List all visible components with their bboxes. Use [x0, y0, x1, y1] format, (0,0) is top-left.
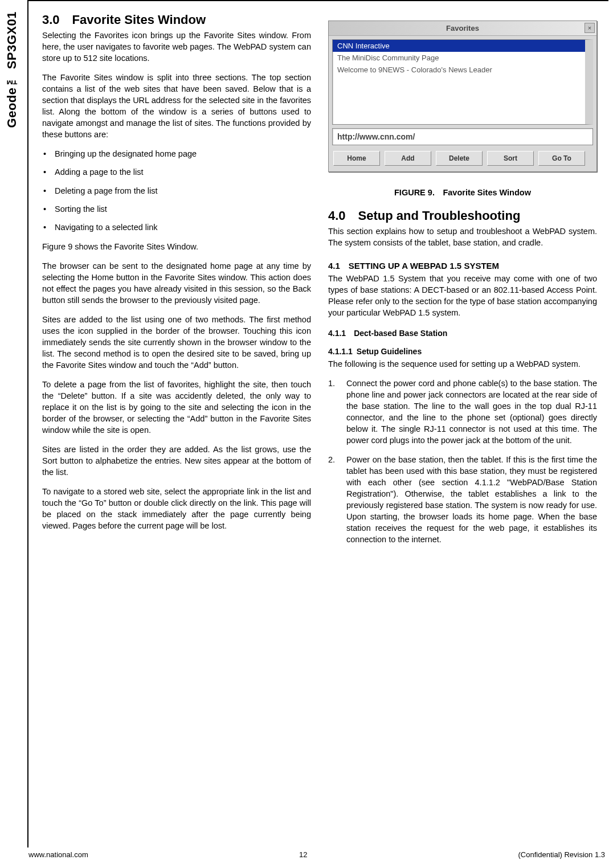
product-side-label: Geode™ SP3GX01: [5, 11, 19, 128]
bullet-item: Deleting a page from the list: [42, 185, 311, 196]
bullet-item: Adding a page to the list: [42, 166, 311, 178]
sec3-p2: The Favorite Sites window is split into …: [42, 72, 311, 140]
step-item: Power on the base station, then the tabl…: [328, 454, 597, 545]
list-item[interactable]: The MiniDisc Community Page: [333, 52, 585, 64]
favorites-button-row: Home Add Delete Sort Go To: [329, 149, 596, 171]
sec3-p7: Sites are listed in the order they are a…: [42, 444, 311, 478]
list-item[interactable]: CNN Interactive: [333, 40, 585, 52]
add-button[interactable]: Add: [385, 151, 431, 166]
sec3-p8: To navigate to a stored web site, select…: [42, 486, 311, 531]
sec3-p3: Figure 9 shows the Favorite Sites Window…: [42, 241, 311, 252]
section-3-heading: 3.0 Favorite Sites Window: [42, 13, 311, 27]
favorites-list[interactable]: CNN Interactive The MiniDisc Community P…: [332, 39, 593, 125]
footer-url: www.national.com: [28, 850, 88, 859]
delete-button[interactable]: Delete: [436, 151, 483, 166]
bullet-item: Navigating to a selected link: [42, 222, 311, 233]
left-column: 3.0 Favorite Sites Window Selecting the …: [42, 13, 311, 553]
list-item[interactable]: Welcome to 9NEWS - Colorado's News Leade…: [333, 64, 585, 76]
step-item: Connect the power cord and phone cable(s…: [328, 378, 597, 446]
favorites-title: Favorites: [446, 24, 479, 32]
favorites-window: Favorites × CNN Interactive The MiniDisc…: [328, 21, 597, 172]
setup-steps: Connect the power cord and phone cable(s…: [328, 378, 597, 545]
sort-button[interactable]: Sort: [487, 151, 534, 166]
sec3-bullets: Bringing up the designated home page Add…: [42, 148, 311, 233]
sec3-p1: Selecting the Favorites icon brings up t…: [42, 30, 311, 64]
home-button[interactable]: Home: [333, 151, 380, 166]
section-4-1-heading: 4.1 SETTING UP A WEBPAD 1.5 SYSTEM: [328, 261, 597, 271]
page-frame: 3.0 Favorite Sites Window Selecting the …: [27, 0, 608, 847]
close-icon[interactable]: ×: [585, 23, 595, 33]
right-column: Favorites × CNN Interactive The MiniDisc…: [328, 13, 597, 553]
footer-revision: (Confidential) Revision 1.3: [518, 850, 605, 859]
section-4-heading: 4.0 Setup and Troubleshooting: [328, 208, 597, 223]
section-4-1-1-heading: 4.1.1 Dect-based Base Station: [328, 329, 597, 338]
sec4111-p: The following is the sequence used for s…: [328, 358, 597, 370]
section-4-1-1-1-heading: 4.1.1.1 Setup Guidelines: [328, 347, 597, 356]
sec3-p6: To delete a page from the list of favori…: [42, 379, 311, 436]
sec3-p4: The browser can be sent to the designate…: [42, 260, 311, 306]
page-number: 12: [299, 850, 307, 859]
sec3-p5: Sites are added to the list using one of…: [42, 314, 311, 371]
goto-button[interactable]: Go To: [538, 151, 585, 166]
favorites-titlebar: Favorites ×: [329, 21, 596, 36]
sec41-p: The WebPAD 1.5 System that you receive m…: [328, 273, 597, 318]
bullet-item: Sorting the list: [42, 203, 311, 215]
favorites-url-display: http://www.cnn.com/: [332, 128, 593, 145]
bullet-item: Bringing up the designated home page: [42, 148, 311, 159]
figure-9-caption: FIGURE 9. Favorite Sites Window: [328, 188, 597, 197]
page-footer: www.national.com 12 (Confidential) Revis…: [28, 850, 605, 859]
sec4-p1: This section explains how to setup and t…: [328, 226, 597, 248]
